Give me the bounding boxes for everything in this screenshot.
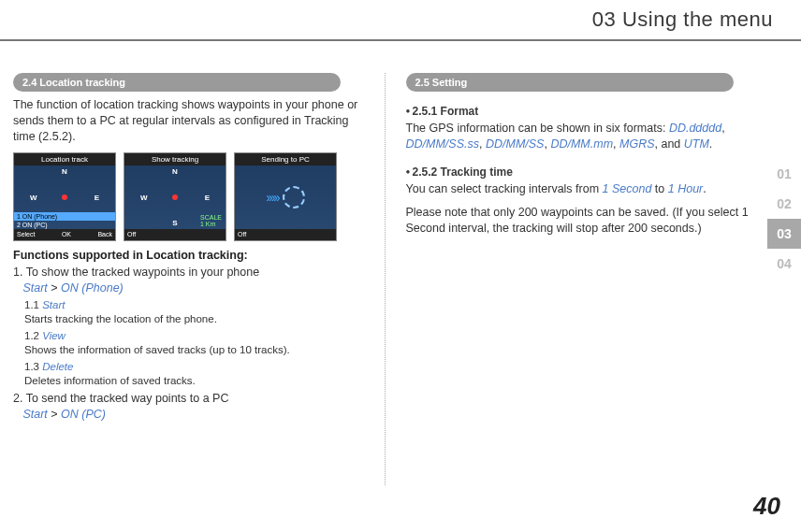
format-2: DD/MM/SS.ss [406,137,479,151]
ss3-title: Sending to PC [235,153,336,165]
ss3-softkey-left: Off [238,231,246,237]
ss2-softkey-left: Off [127,231,136,237]
ss2-scale-value: 1 Km [200,221,215,227]
section-header-2-5: 2.5 Setting [406,73,734,92]
tab-04[interactable]: 04 [767,249,801,279]
sub-item-1-1: 1.1 Start Starts tracking the location o… [24,298,366,326]
item2-number: 2. [13,392,22,405]
tracking-note: Please note that only 200 waypoints can … [406,205,759,237]
tracking-time-text: You can select tracking intervals from 1… [406,181,759,197]
format-pre: The GPS information can be shown in six … [406,122,669,135]
tab-01[interactable]: 01 [767,159,801,189]
format-3: DD/MM/SS [486,137,545,151]
item1-text: To show the tracked waypoints in your ph… [26,266,259,279]
item2-path-on-pc: ON (PC) [61,408,106,421]
screenshot-row: Location track NEW 1 ON (Phone) 2 ON (PC… [13,152,366,241]
c4: , [613,137,619,151]
and: , and [655,137,684,151]
format-6: UTM [684,137,709,151]
transfer-icon: ››››› [266,190,278,205]
functions-heading: Functions supported in Location tracking… [13,249,366,262]
ss1-menu-item-2: 2 ON (PC) [14,221,115,229]
ss1-softkey-center: OK [62,231,71,237]
heading-2-5-1: 2.5.1 Format [406,105,759,118]
period2: . [703,182,706,195]
interval-max: 1 Hour [668,182,704,195]
section-header-2-4: 2.4 Location tracking [13,73,341,92]
tab-03[interactable]: 03 [767,219,801,249]
c1: , [721,122,724,135]
globe-icon [283,186,305,208]
format-text: The GPS information can be shown in six … [406,121,759,152]
item1-gt: > [48,281,61,295]
track-pre: You can select tracking intervals from [406,182,603,195]
page-number: 40 [753,492,780,521]
sub12-link: View [42,330,66,341]
interval-min: 1 Second [603,182,652,195]
sub13-link: Delete [42,361,73,372]
item2-text: To send the tracked way points to a PC [26,392,229,405]
chapter-tabs: 01 02 03 04 [767,159,801,279]
item1-path-start: Start [22,281,47,295]
sub12-desc: Shows the information of saved tracks (u… [24,344,290,355]
ss1-menu: 1 ON (Phone) 2 ON (PC) [14,212,115,229]
ss1-softkey-right: Back [97,231,112,237]
sub-item-1-2: 1.2 View Shows the information of saved … [24,329,366,357]
item1-number: 1. [13,266,22,279]
right-column: 2.5 Setting 2.5.1 Format The GPS informa… [386,73,759,485]
item2-path-start: Start [22,408,47,421]
title-divider [0,39,801,41]
sub-item-1-3: 1.3 Delete Deletes information of saved … [24,360,366,388]
sub13-desc: Deletes information of saved tracks. [24,375,196,386]
sub11-num: 1.1 [24,299,42,310]
page-title: 03 Using the menu [592,7,773,32]
list-item-1: 1. To show the tracked waypoints in your… [13,265,366,296]
item2-gt: > [48,408,61,421]
intro-text: The function of location tracking shows … [13,97,366,145]
ss1-softkey-left: Select [17,231,35,237]
period1: . [709,137,712,151]
sub11-desc: Starts tracking the location of the phon… [24,313,217,324]
screenshot-sending-to-pc: Sending to PC ››››› Off [234,152,337,241]
content-area: 2.4 Location tracking The function of lo… [13,73,758,485]
sub11-link: Start [42,299,65,310]
screenshot-show-tracking: Show tracking NSEW SCALE1 Km Off [124,152,226,241]
c2: , [479,137,486,151]
tab-02[interactable]: 02 [767,189,801,219]
format-5: MGRS [619,137,655,151]
to: to [651,182,667,195]
item1-path-on-phone: ON (Phone) [61,281,124,295]
left-column: 2.4 Location tracking The function of lo… [13,73,386,485]
format-1: DD.ddddd [669,122,721,135]
format-4: DD/MM.mm [550,137,613,151]
screenshot-location-track: Location track NEW 1 ON (Phone) 2 ON (PC… [13,152,116,241]
ss2-scale-label: SCALE [200,214,222,221]
ss2-title: Show tracking [124,153,226,165]
sub13-num: 1.3 [24,361,42,372]
list-item-2: 2. To send the tracked way points to a P… [13,391,366,423]
heading-2-5-2: 2.5.2 Tracking time [406,165,759,179]
sub12-num: 1.2 [24,330,42,341]
ss1-title: Location track [14,153,115,165]
ss1-menu-item-1: 1 ON (Phone) [14,212,115,221]
